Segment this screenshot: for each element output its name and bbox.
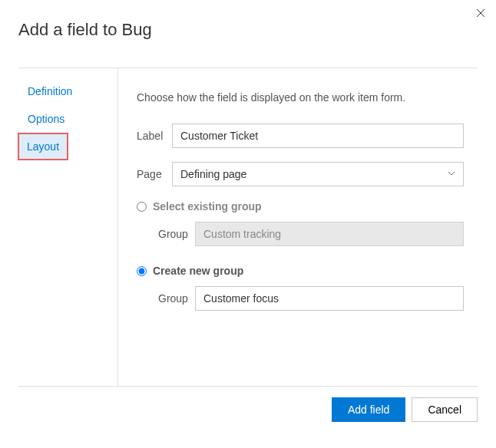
page-select-value[interactable] xyxy=(172,162,464,186)
dialog-title: Add a field to Bug xyxy=(18,20,478,40)
add-field-button[interactable]: Add field xyxy=(332,397,405,422)
radio-existing[interactable] xyxy=(137,202,147,212)
dialog-body: Definition Options Layout Choose how the… xyxy=(18,68,478,386)
radio-existing-label: Select existing group xyxy=(153,200,262,212)
page-field-label: Page xyxy=(137,168,172,180)
panel-intro: Choose how the field is displayed on the… xyxy=(137,91,464,104)
tab-layout[interactable]: Layout xyxy=(19,134,67,159)
radio-new[interactable] xyxy=(137,266,147,276)
label-input[interactable] xyxy=(172,124,464,148)
new-group-row: Group xyxy=(158,286,464,311)
label-field-label: Label xyxy=(137,130,172,142)
label-row: Label xyxy=(137,124,464,148)
radio-new-label: Create new group xyxy=(153,265,243,277)
add-field-dialog: Add a field to Bug Definition Options La… xyxy=(0,0,496,448)
layout-panel: Choose how the field is displayed on the… xyxy=(118,68,478,386)
cancel-button[interactable]: Cancel xyxy=(412,397,478,422)
radio-new-row: Create new group xyxy=(137,265,464,277)
page-row: Page xyxy=(137,162,464,186)
radio-existing-row: Select existing group xyxy=(137,200,464,212)
close-button[interactable] xyxy=(476,8,485,20)
page-select[interactable] xyxy=(172,162,464,186)
new-group-input[interactable] xyxy=(195,286,464,311)
existing-group-input xyxy=(195,222,464,246)
tab-layout-highlight: Layout xyxy=(18,133,68,160)
close-icon xyxy=(476,7,485,20)
existing-group-label: Group xyxy=(158,228,195,240)
group-mode-radios: Select existing group Group Create new g… xyxy=(137,200,464,311)
new-group-label: Group xyxy=(158,292,195,305)
dialog-footer: Add field Cancel xyxy=(18,386,478,433)
existing-group-row: Group xyxy=(158,222,464,246)
tab-definition[interactable]: Definition xyxy=(18,77,117,105)
tab-options[interactable]: Options xyxy=(18,105,117,133)
tabs-sidebar: Definition Options Layout xyxy=(18,68,118,386)
